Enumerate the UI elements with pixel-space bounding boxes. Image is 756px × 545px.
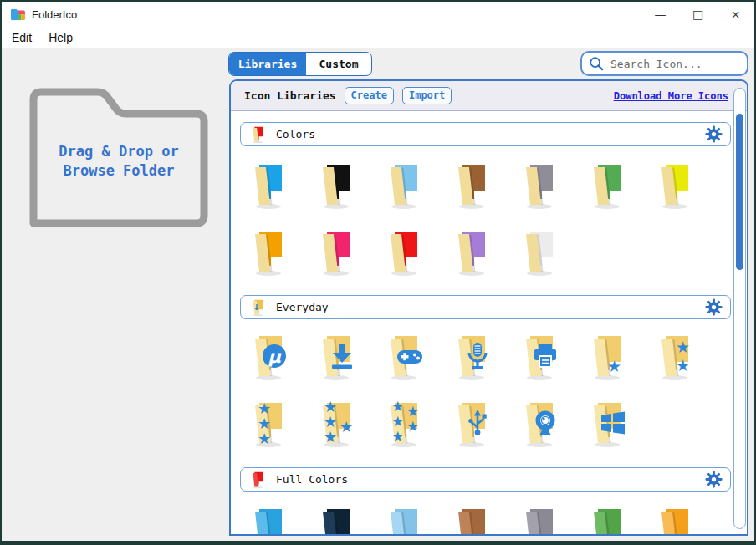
windows-icon bbox=[600, 410, 626, 436]
star-icon: ★ bbox=[258, 431, 271, 446]
full-colors-settings-gear-icon[interactable] bbox=[705, 471, 723, 488]
window-title: FolderIco bbox=[32, 8, 77, 21]
colors-folder-badge-icon bbox=[249, 125, 266, 144]
scrollbar-thumb[interactable] bbox=[736, 114, 743, 270]
folder-icon-star-3[interactable]: ★★★ bbox=[247, 399, 289, 449]
everyday-icon-row-2: ★★★ ★★★★ ★★★★★ bbox=[247, 399, 653, 449]
folder-icon-star-5[interactable]: ★★★★★ bbox=[382, 399, 424, 449]
star-icon: ★ bbox=[607, 359, 621, 374]
window-controls: — □ × bbox=[641, 2, 754, 27]
folder-icon-black[interactable] bbox=[314, 160, 356, 211]
folder-icon-orange[interactable] bbox=[247, 227, 289, 278]
section-header-colors[interactable]: Colors bbox=[240, 122, 731, 146]
badge-glyph: ↓ bbox=[253, 300, 260, 313]
folder-icon-printer[interactable] bbox=[518, 332, 559, 382]
library-panel-header: Icon Libraries Create Import Download Mo… bbox=[231, 81, 747, 111]
folder-icon-gray[interactable] bbox=[518, 160, 559, 211]
folder-icon-utorrent[interactable]: µ bbox=[247, 332, 289, 382]
close-button[interactable]: × bbox=[717, 2, 754, 27]
folder-icon-green[interactable] bbox=[585, 505, 627, 536]
search-input[interactable] bbox=[609, 57, 740, 71]
maximize-button[interactable]: □ bbox=[679, 2, 717, 27]
dropzone-label: Drag & Drop or Browse Folder bbox=[25, 142, 212, 181]
folder-icon-navy[interactable] bbox=[314, 505, 356, 536]
menu-help[interactable]: Help bbox=[40, 31, 81, 44]
colors-settings-gear-icon[interactable] bbox=[705, 125, 723, 143]
folder-icon-brown[interactable] bbox=[450, 505, 492, 536]
menu-bar: Edit Help bbox=[2, 27, 754, 48]
folder-icon-pink[interactable] bbox=[314, 227, 356, 278]
utorrent-icon: µ bbox=[261, 343, 288, 369]
folder-icon-light-blue[interactable] bbox=[382, 505, 424, 536]
section-label-colors: Colors bbox=[276, 128, 315, 140]
title-bar: FolderIco — □ × bbox=[2, 2, 754, 27]
folder-icon-gamepad[interactable] bbox=[382, 332, 424, 382]
minimize-button[interactable]: — bbox=[641, 2, 679, 27]
folder-icon-usb[interactable] bbox=[450, 399, 492, 449]
printer-icon bbox=[532, 343, 559, 369]
search-icon bbox=[589, 56, 604, 71]
folder-icon-white[interactable] bbox=[518, 227, 559, 278]
search-box[interactable] bbox=[580, 51, 748, 76]
library-tabs: Libraries Custom bbox=[228, 52, 372, 76]
star-icon: ★ bbox=[391, 400, 404, 414]
colors-icon-row-1 bbox=[247, 160, 721, 211]
full-colors-icon-row-1 bbox=[247, 505, 721, 536]
library-panel-title: Icon Libraries bbox=[244, 89, 336, 102]
svg-text:µ: µ bbox=[268, 347, 282, 367]
everyday-folder-badge-icon: ↓ bbox=[249, 298, 266, 317]
folder-icon-brown[interactable] bbox=[450, 160, 492, 211]
folder-icon-star-2[interactable]: ★★ bbox=[653, 332, 695, 382]
star-icon: ★ bbox=[391, 415, 404, 429]
star-icon: ★ bbox=[391, 430, 404, 444]
microphone-icon bbox=[464, 343, 491, 369]
folder-icon-yellow[interactable] bbox=[653, 160, 695, 211]
section-header-full-colors[interactable]: Full Colors bbox=[240, 467, 731, 492]
everyday-icon-row-1: µ ★ ★★ bbox=[247, 332, 721, 382]
folder-icon-purple[interactable] bbox=[450, 227, 492, 278]
folder-icon-gray[interactable] bbox=[518, 505, 559, 536]
app-window: FolderIco — □ × Edit Help Drag & Drop or… bbox=[0, 0, 756, 545]
scrollbar-track[interactable] bbox=[733, 88, 746, 529]
tab-custom[interactable]: Custom bbox=[306, 53, 371, 75]
folder-icon-orange[interactable] bbox=[653, 505, 695, 536]
folder-icon-blue[interactable] bbox=[247, 160, 289, 211]
webcam-icon bbox=[532, 410, 559, 436]
create-button[interactable]: Create bbox=[345, 87, 394, 104]
tab-libraries[interactable]: Libraries bbox=[229, 53, 306, 75]
folder-icon-windows[interactable] bbox=[585, 399, 627, 449]
usb-icon bbox=[464, 410, 491, 436]
star-icon: ★ bbox=[676, 339, 690, 355]
star-icon: ★ bbox=[406, 420, 419, 434]
gamepad-icon bbox=[396, 343, 423, 369]
import-button[interactable]: Import bbox=[402, 87, 452, 104]
everyday-settings-gear-icon[interactable] bbox=[705, 298, 723, 316]
folder-icon-webcam[interactable] bbox=[518, 399, 559, 449]
folder-icon-download[interactable] bbox=[314, 332, 356, 382]
dropzone-line1: Drag & Drop or bbox=[25, 142, 212, 161]
folder-icon-microphone[interactable] bbox=[450, 332, 492, 382]
star-icon: ★ bbox=[406, 405, 419, 419]
star-icon: ★ bbox=[676, 358, 690, 374]
colors-icon-row-2 bbox=[247, 227, 585, 278]
folder-icon-star-1[interactable]: ★ bbox=[585, 332, 627, 382]
full-colors-folder-badge-icon bbox=[249, 471, 266, 489]
folder-icon-red[interactable] bbox=[382, 227, 424, 278]
menu-edit[interactable]: Edit bbox=[2, 31, 40, 44]
star-icon: ★ bbox=[340, 420, 353, 435]
app-logo-icon bbox=[10, 8, 25, 21]
section-label-full-colors: Full Colors bbox=[276, 473, 348, 486]
section-label-everyday: Everyday bbox=[276, 301, 329, 313]
folder-icon-blue[interactable] bbox=[247, 505, 289, 536]
folder-icon-light-blue[interactable] bbox=[382, 160, 424, 211]
dropzone-line2: Browse Folder bbox=[25, 161, 212, 181]
folder-icon-green[interactable] bbox=[585, 160, 627, 211]
section-header-everyday[interactable]: ↓ Everyday bbox=[240, 295, 731, 319]
download-more-icons-link[interactable]: Download More Icons bbox=[614, 90, 728, 102]
star-icon: ★ bbox=[324, 430, 337, 445]
icon-library-panel: Icon Libraries Create Import Download Mo… bbox=[229, 79, 748, 536]
download-icon bbox=[329, 343, 355, 369]
folder-icon-star-4[interactable]: ★★★★ bbox=[314, 399, 356, 449]
